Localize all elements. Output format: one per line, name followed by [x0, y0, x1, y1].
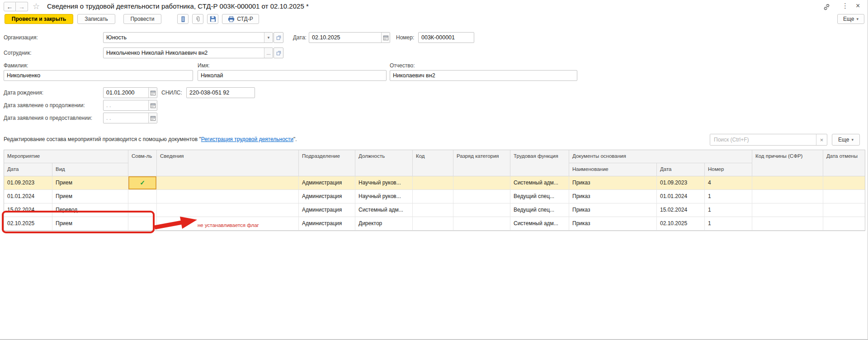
cell-cancel-date[interactable] — [823, 203, 865, 217]
cell-code[interactable] — [413, 190, 453, 203]
post-button[interactable]: Провести — [123, 14, 161, 24]
cell-position[interactable]: Директор — [355, 217, 413, 231]
col-header-combined[interactable]: Совм-ль — [128, 150, 157, 176]
cell-department[interactable]: Администрация — [299, 176, 355, 190]
cell-grade[interactable] — [453, 203, 510, 217]
date-input[interactable]: 02.10.2025 — [309, 32, 390, 43]
cell-doc-name[interactable]: Приказ — [569, 176, 657, 190]
cell-doc-number[interactable]: 4 — [705, 176, 752, 190]
cell-department[interactable]: Администрация — [299, 203, 355, 217]
lastname-input[interactable]: Никольченко — [4, 70, 193, 81]
birthdate-input[interactable]: 01.01.2000 — [103, 87, 157, 98]
employee-choose-button[interactable]: ... — [264, 48, 273, 58]
cell-cancel-date[interactable] — [823, 217, 865, 231]
close-button[interactable]: × — [856, 2, 860, 10]
col-header-doc-date[interactable]: Дата — [657, 163, 705, 176]
col-header-doc-number[interactable]: Номер — [705, 163, 752, 176]
search-clear-button[interactable]: × — [816, 134, 827, 145]
col-header-event-group[interactable]: Мероприятие — [4, 150, 128, 163]
cell-cancel-date[interactable] — [823, 190, 865, 203]
cell-reason-code[interactable] — [752, 217, 823, 231]
col-header-event-type[interactable]: Вид — [52, 163, 128, 176]
cell-event-date[interactable]: 01.09.2023 — [4, 176, 52, 190]
organization-open-button[interactable] — [274, 32, 283, 43]
document-structure-button[interactable] — [177, 14, 189, 24]
col-header-reason-code[interactable]: Код причины (СФР) — [752, 150, 823, 176]
cell-labor-function[interactable]: Системный адм... — [510, 176, 569, 190]
cell-doc-number[interactable]: 1 — [705, 217, 752, 231]
snils-input[interactable]: 220-038-051 92 — [186, 87, 255, 98]
cell-department[interactable]: Администрация — [299, 190, 355, 203]
continuation-date-input[interactable]: . . — [103, 100, 157, 111]
cell-doc-number[interactable]: 1 — [705, 190, 752, 203]
window-menu-button[interactable]: ⋮ — [842, 2, 849, 10]
number-input[interactable]: 003К-000001 — [418, 32, 474, 43]
cell-doc-date[interactable]: 15.02.2024 — [657, 203, 705, 217]
table-more-button[interactable]: Еще ▾ — [832, 134, 860, 146]
cell-combined[interactable] — [128, 203, 157, 217]
save-button[interactable] — [207, 14, 218, 24]
get-link-button[interactable] — [823, 3, 830, 11]
cell-doc-name[interactable]: Приказ — [569, 190, 657, 203]
col-header-doc-name[interactable]: Наименование — [569, 163, 657, 176]
cell-reason-code[interactable] — [752, 190, 823, 203]
cell-position[interactable]: Научный руков... — [355, 190, 413, 203]
favorite-star-icon[interactable]: ☆ — [33, 1, 40, 11]
col-header-code[interactable]: Код — [413, 150, 453, 176]
cell-combined[interactable] — [128, 217, 157, 231]
col-header-docs-group[interactable]: Документы основания — [569, 150, 752, 163]
write-button[interactable]: Записать — [77, 14, 115, 24]
continuation-calendar-button[interactable] — [148, 100, 157, 110]
attachments-button[interactable] — [192, 14, 203, 24]
cell-code[interactable] — [413, 217, 453, 231]
post-and-close-button[interactable]: Провести и закрыть — [5, 14, 73, 24]
cell-position[interactable]: Системный адм... — [355, 203, 413, 217]
date-calendar-button[interactable] — [381, 33, 390, 42]
col-header-department[interactable]: Подразделение — [299, 150, 355, 176]
middlename-input[interactable]: Николаевич вн2 — [390, 70, 577, 81]
cell-grade[interactable] — [453, 217, 510, 231]
cell-labor-function[interactable]: Ведущий спец... — [510, 203, 569, 217]
cell-doc-date[interactable]: 01.01.2024 — [657, 190, 705, 203]
cell-combined-current[interactable]: ✓ — [128, 176, 157, 190]
cell-event-type[interactable]: Перевод — [52, 203, 128, 217]
employee-input[interactable]: Никольченко Николай Николаевич вн2 ... — [103, 47, 273, 58]
registration-document-link[interactable]: Регистрация трудовой деятельности — [201, 136, 293, 142]
cell-reason-code[interactable] — [752, 203, 823, 217]
forward-button[interactable]: → — [16, 2, 28, 11]
cell-code[interactable] — [413, 203, 453, 217]
cell-labor-function[interactable]: Системный адм... — [510, 217, 569, 231]
col-header-cancel-date[interactable]: Дата отмены — [823, 150, 865, 176]
cell-event-type[interactable]: Прием — [52, 217, 128, 231]
cell-doc-name[interactable]: Приказ — [569, 217, 657, 231]
cell-department[interactable]: Администрация — [299, 217, 355, 231]
cell-grade[interactable] — [453, 176, 510, 190]
col-header-grade[interactable]: Разряд категория — [453, 150, 510, 176]
col-header-event-date[interactable]: Дата — [4, 163, 52, 176]
organization-dropdown[interactable]: ▾ — [264, 33, 273, 42]
cell-event-date[interactable]: 15.02.2024 — [4, 203, 52, 217]
cell-labor-function[interactable]: Ведущий спец... — [510, 190, 569, 203]
cell-grade[interactable] — [453, 190, 510, 203]
employee-open-button[interactable] — [274, 47, 283, 58]
print-std-r-button[interactable]: СТД-Р — [222, 14, 259, 24]
cell-event-date[interactable]: 02.10.2025 — [4, 217, 52, 231]
provision-date-input[interactable]: . . — [103, 113, 157, 123]
cell-details[interactable] — [157, 203, 299, 217]
cell-doc-date[interactable]: 01.09.2023 — [657, 176, 705, 190]
cell-details[interactable] — [157, 176, 299, 190]
birthdate-calendar-button[interactable] — [148, 88, 157, 98]
cell-cancel-date[interactable] — [823, 176, 865, 190]
provision-calendar-button[interactable] — [148, 113, 157, 123]
cell-combined[interactable] — [128, 190, 157, 203]
organization-input[interactable]: Юность ▾ — [103, 32, 273, 43]
col-header-labor-function[interactable]: Трудовая функция — [510, 150, 569, 176]
cell-details[interactable] — [157, 190, 299, 203]
col-header-position[interactable]: Должность — [355, 150, 413, 176]
firstname-input[interactable]: Николай — [198, 70, 387, 81]
toolbar-more-button[interactable]: Еще ▾ — [837, 14, 864, 24]
search-input[interactable] — [710, 134, 816, 145]
cell-code[interactable] — [413, 176, 453, 190]
back-button[interactable]: ← — [4, 2, 16, 11]
cell-doc-name[interactable]: Приказ — [569, 203, 657, 217]
